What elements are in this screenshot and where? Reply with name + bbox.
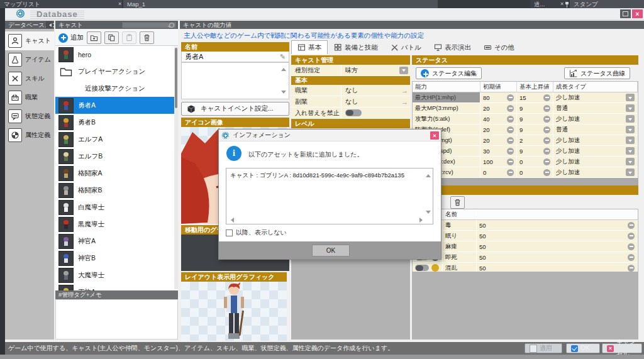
status-table-row[interactable]: 魔法力(7:mgt) 20 2 少し加速 <box>413 135 638 146</box>
status-growth-cell[interactable]: 少し加速 <box>553 167 638 177</box>
status-gain-cell[interactable]: 15 <box>517 92 553 102</box>
status-name-cell[interactable]: 最大HP(1:mhp) <box>413 92 480 102</box>
status-init-cell[interactable]: 40 <box>480 114 517 124</box>
dropdown-icon[interactable] <box>626 136 635 144</box>
minus-icon[interactable] <box>507 126 514 133</box>
add-folder-button[interactable] <box>87 31 101 44</box>
cast-list-item[interactable]: 格闘家A <box>55 165 178 182</box>
search-input[interactable] <box>122 22 176 28</box>
resistance-delete-button[interactable] <box>450 196 465 209</box>
cast-list-item[interactable]: 大魔導士 <box>55 267 178 284</box>
resistance-value-cell[interactable]: 50 <box>477 252 638 262</box>
dialog-asset-textarea[interactable]: キャスト : ゴブリンA : 8d10d821-599c-4e9c-9af9-c… <box>226 168 433 224</box>
scroll-down-icon[interactable] <box>426 211 431 216</box>
dialog-close-button[interactable]: × <box>430 131 439 140</box>
status-gain-cell[interactable]: 0 <box>517 157 553 167</box>
pin-icon[interactable] <box>565 2 569 8</box>
column-header[interactable]: 成長タイプ <box>553 82 638 92</box>
subjob-select[interactable]: なし→ <box>341 96 410 107</box>
dropdown-icon[interactable] <box>626 158 635 165</box>
tab-display[interactable]: 表示演出 <box>428 40 477 54</box>
tab-battle[interactable]: バトル <box>384 40 428 54</box>
delete-button[interactable] <box>140 31 154 44</box>
resistance-value-cell[interactable]: 50 <box>477 241 638 251</box>
minus-icon[interactable] <box>543 105 550 112</box>
minus-icon[interactable] <box>507 169 514 176</box>
close-button[interactable]: × <box>632 9 643 18</box>
cast-list-item[interactable]: 神官A <box>55 233 178 250</box>
minus-icon[interactable] <box>543 116 550 123</box>
resistance-table-row[interactable]: 即死 50 <box>413 252 638 263</box>
status-table-row[interactable]: 器用さ(10:dex) 100 0 少し加速 <box>413 157 638 167</box>
minus-icon[interactable] <box>628 254 635 261</box>
status-gain-cell[interactable]: 9 <box>517 103 553 113</box>
minus-icon[interactable] <box>507 137 514 144</box>
status-curve-button[interactable]: ステータス曲線 <box>564 67 630 79</box>
apply-button[interactable]: 適用 <box>525 343 562 353</box>
cast-list-item[interactable]: hero <box>55 46 178 63</box>
scroll-left-icon[interactable] <box>228 218 234 223</box>
scroll-right-icon[interactable] <box>419 218 425 223</box>
status-gain-cell[interactable]: 9 <box>517 114 553 124</box>
cast-list-item[interactable]: プレイヤーアクション <box>55 63 178 80</box>
cast-list-item[interactable]: 格闘家B <box>55 182 178 199</box>
minus-icon[interactable] <box>628 243 635 250</box>
status-table-row[interactable]: 回復力(17:rcv) 0 0 少し加速 <box>413 167 638 178</box>
status-table-row[interactable]: 防御力(6:def) 20 9 普通 <box>413 124 638 135</box>
job-select[interactable]: なし→ <box>341 85 410 96</box>
status-init-cell[interactable]: 20 <box>480 124 517 135</box>
minus-icon[interactable] <box>628 233 635 240</box>
menu-item-cast[interactable]: キャスト <box>5 31 54 50</box>
menu-item-job[interactable]: 職業 <box>5 88 54 107</box>
close-icon[interactable]: × <box>118 0 121 8</box>
minus-icon[interactable] <box>543 137 550 144</box>
status-table-row[interactable]: 攻撃力(5:atk) 40 9 少し加速 <box>413 114 638 124</box>
maplist-panel-tab[interactable]: マップリスト × <box>0 0 122 8</box>
dropdown-icon[interactable] <box>626 104 635 112</box>
dont-show-again-row[interactable]: 以降、表示しない <box>226 228 287 237</box>
resistance-table-row[interactable]: 毒 50 <box>413 220 638 231</box>
column-header[interactable]: 初期値 <box>480 82 517 92</box>
status-growth-cell[interactable]: 普通 <box>553 124 638 135</box>
tab-equipment[interactable]: 装備と技能 <box>328 40 384 54</box>
cast-list-item[interactable]: エルフB <box>55 148 178 165</box>
database-window-titlebar[interactable]: Database × <box>5 8 644 20</box>
status-growth-cell[interactable]: 少し加速 <box>553 114 638 124</box>
cast-list-scrollbar[interactable] <box>174 47 178 289</box>
status-gain-cell[interactable]: 2 <box>517 135 553 145</box>
dropdown-icon[interactable] <box>626 126 635 133</box>
ok-button[interactable]: OK <box>566 343 600 353</box>
arrow-right-icon[interactable]: → <box>401 87 408 94</box>
cast-event-button[interactable]: キャストイベント設定... <box>181 102 289 116</box>
status-growth-cell[interactable]: 普通 <box>553 103 638 113</box>
dialog-ok-button[interactable]: OK <box>312 245 350 257</box>
arrow-right-icon[interactable]: → <box>401 98 408 106</box>
status-name-cell[interactable]: 攻撃力(5:atk) <box>413 114 480 124</box>
minus-icon[interactable] <box>507 105 514 112</box>
paste-button[interactable] <box>122 31 136 44</box>
collapse-menu-button[interactable] <box>46 21 53 28</box>
maximize-button[interactable] <box>620 9 631 18</box>
cast-list-item[interactable]: 黒魔導士 <box>55 216 178 233</box>
minus-icon[interactable] <box>628 265 635 272</box>
minus-icon[interactable] <box>543 148 550 155</box>
column-header[interactable]: 名前 <box>443 209 477 219</box>
status-init-cell[interactable]: 20 <box>480 135 517 145</box>
cast-list-item[interactable]: 近接攻撃アクション <box>55 80 178 97</box>
minus-icon[interactable] <box>507 94 514 101</box>
status-gain-cell[interactable]: 9 <box>517 146 553 156</box>
minus-icon[interactable] <box>628 222 635 229</box>
map-tab[interactable]: Map_1 <box>123 0 438 8</box>
menu-item-skill[interactable]: スキル <box>5 69 54 88</box>
tab-other[interactable]: その他 <box>477 40 521 54</box>
minus-icon[interactable] <box>543 94 550 101</box>
minus-icon[interactable] <box>507 116 514 123</box>
resistance-toggle[interactable] <box>415 265 429 271</box>
status-table-scroll-strip[interactable] <box>412 178 638 185</box>
edit-pencil-icon[interactable]: ✎ <box>280 53 286 61</box>
resistance-name-cell[interactable]: 即死 <box>443 252 477 262</box>
cast-list-item[interactable]: 勇者B <box>55 114 178 131</box>
resistance-name-cell[interactable]: 毒 <box>443 220 477 230</box>
cast-list-item[interactable]: 白魔導士 <box>55 199 178 216</box>
status-growth-cell[interactable]: 少し加速 <box>553 157 638 167</box>
